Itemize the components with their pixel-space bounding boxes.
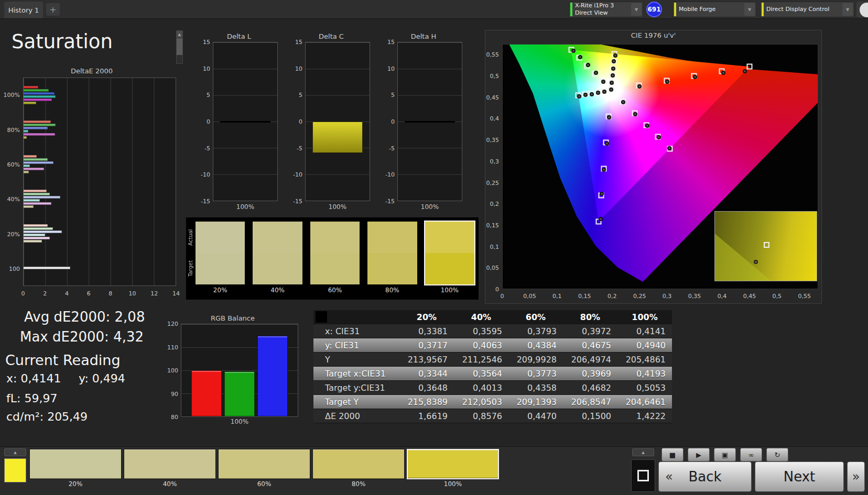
cie-measured-marker [601, 80, 605, 84]
back-button-label: Back [688, 469, 721, 485]
chevron-down-icon[interactable]: ▼ [744, 3, 755, 16]
cie-y-tick: 0,2 [490, 201, 500, 207]
table-row: x: CIE310,33810,35950,37930,39720,4141 [313, 324, 672, 338]
delta-l-plot [213, 42, 278, 201]
tab-history-1[interactable]: History 1 [4, 2, 43, 19]
display-status-accent [762, 3, 764, 16]
cie-x-tick: 0,45 [743, 293, 756, 300]
cie-measured-marker [586, 63, 590, 67]
bottom-swatch-color [312, 449, 405, 479]
deltae-group-label: 100% [4, 92, 20, 98]
cie-measured-marker [611, 67, 615, 71]
table-cell: 215,8389 [399, 397, 454, 407]
top-bar: History 1 + X-Rite i1Pro 3 Direct View ▼… [0, 0, 868, 19]
table-row: Target Y215,8389212,0503209,1393206,8547… [313, 395, 672, 409]
cie-measured-marker [602, 90, 606, 94]
rgb-bar-green [224, 371, 255, 416]
bottom-swatch-color [407, 449, 499, 479]
inset-measured-marker [754, 260, 758, 264]
cie-y-tick: 0,4 [490, 115, 500, 122]
delta-h-chart: Delta H 151050-5-10-15 100% [384, 31, 463, 214]
reading-cdm2: cd/m²: 205,49 [6, 410, 88, 423]
delta-h-y-tick: -5 [389, 145, 395, 151]
table-row: Target y:CIE310,36480,40130,43580,46820,… [313, 381, 672, 395]
current-color-swatch [4, 458, 26, 482]
delta-l-y-tick: -10 [201, 171, 210, 178]
cie-measured-marker [571, 49, 576, 53]
bottom-swatch-color [218, 449, 310, 479]
up-arrow-icon: ▲ [14, 450, 16, 455]
play-button[interactable]: ▶ [688, 448, 710, 461]
source-name: Mobile Forge [679, 6, 743, 13]
deltae-bar [24, 199, 40, 202]
cie-measured-marker [596, 91, 600, 95]
deltae-group-label: 80% [7, 126, 20, 133]
bottom-swatch-label: 40% [124, 479, 216, 489]
deltae-bar [24, 155, 37, 158]
bottom-bar: ▲ 20%40%60%80%100% ▲ ■▶▣∞↻ « Back Next » [0, 446, 868, 495]
delta-l-y-tick: -15 [201, 198, 210, 205]
deltae-bar-group [24, 251, 176, 285]
next-button[interactable]: Next [755, 461, 844, 492]
bottom-swatch-20[interactable]: 20% [29, 449, 122, 494]
table-cell: 0,3717 [399, 340, 454, 350]
fast-forward-button[interactable]: » [847, 461, 865, 492]
table-column-header: 100% [617, 312, 672, 322]
chevron-down-icon[interactable]: ▼ [631, 3, 642, 16]
pattern-window-button[interactable] [631, 459, 655, 492]
layout-scrollbar[interactable]: ▲ [176, 30, 183, 64]
cie-x-tick: 0,25 [633, 293, 646, 300]
loop-button[interactable]: ∞ [740, 448, 762, 461]
strip-labels: 20%40%60%80%100% [196, 287, 474, 297]
cie-measured-marker [645, 124, 649, 128]
add-tab-button[interactable]: + [46, 3, 60, 16]
bottom-swatch-100[interactable]: 100% [407, 449, 499, 494]
collapse-right-button[interactable]: ▲ [632, 448, 654, 456]
table-cell: 1,6619 [399, 411, 454, 421]
chevron-down-icon[interactable]: ▼ [842, 3, 853, 16]
bottom-swatch-40[interactable]: 40% [124, 449, 216, 494]
cie-plot [502, 44, 818, 289]
cie-measured-marker [743, 69, 747, 73]
cie-y-tick: 0,25 [486, 179, 500, 186]
patch-actual-color [310, 222, 360, 253]
deltae-ylabel-col: 100%80%60%40%20%100 [4, 78, 23, 286]
deltae-bar [24, 102, 36, 104]
cie-x-tick: 0,05 [523, 293, 536, 300]
deltae-group-label: 60% [7, 161, 20, 168]
page-title: Saturation [12, 30, 113, 53]
display-control-select[interactable]: Direct Display Control ▼ [760, 2, 854, 17]
continuous-button[interactable]: ↻ [766, 448, 788, 461]
bottom-swatch-80[interactable]: 80% [312, 449, 405, 494]
deltae-x-tick: 6 [87, 290, 91, 297]
rgb-xlabel: 100% [181, 418, 298, 427]
back-button[interactable]: « Back [658, 461, 752, 492]
reading-x: x: 0,4141 [6, 372, 61, 385]
rgb-bar-red [191, 370, 222, 416]
cie-x-tick: 0,2 [607, 293, 617, 300]
meter-select[interactable]: X-Rite i1Pro 3 Direct View ▼ [569, 2, 643, 17]
table-column-header: 60% [508, 312, 563, 322]
collapse-left-button[interactable]: ▲ [4, 448, 26, 456]
pattern-window-button[interactable]: ▣ [714, 448, 736, 461]
cie-measured-marker [577, 94, 581, 98]
scroll-up-icon[interactable]: ▲ [177, 31, 182, 38]
cie-measured-marker [667, 146, 671, 150]
stop-button[interactable]: ■ [661, 448, 683, 461]
bottom-swatch-60[interactable]: 60% [218, 449, 310, 494]
up-arrow-icon: ▲ [642, 450, 644, 455]
source-select[interactable]: Mobile Forge ▼ [672, 2, 756, 17]
patch-swatch-20 [196, 222, 245, 284]
deltae-bar [24, 130, 28, 133]
measurement-count-badge[interactable]: 691 [646, 2, 662, 17]
table-cell: 0,4141 [617, 326, 672, 336]
patch-label: 100% [425, 287, 474, 297]
table-cell: 0,3564 [454, 369, 508, 379]
table-row-label: Y [313, 355, 399, 365]
bottom-swatch-color [29, 449, 122, 479]
scrollbar-thumb[interactable] [177, 38, 182, 55]
deltae-bar [24, 136, 27, 139]
table-corner-box [316, 311, 327, 323]
deltae-bar [24, 190, 47, 192]
delta-c-y-tick: 0 [299, 118, 302, 125]
